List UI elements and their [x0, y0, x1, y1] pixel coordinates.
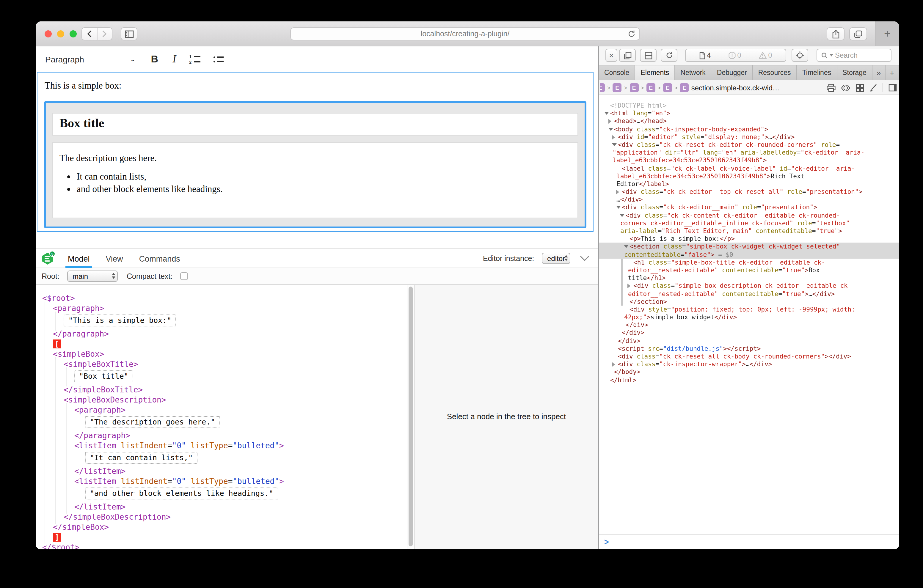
brush-icon[interactable]	[869, 84, 877, 92]
disclosure-collapsed-icon[interactable]	[616, 190, 619, 194]
simple-box-title[interactable]: Box title	[53, 113, 578, 136]
text-node[interactable]: "The description goes here."	[85, 416, 220, 428]
description-paragraph[interactable]: The description goes here.	[59, 153, 571, 164]
model-tree-line[interactable]: </simpleBoxDescription>	[42, 512, 407, 522]
model-tree-line[interactable]: </paragraph>	[42, 430, 407, 440]
dom-tree-line[interactable]: <div class="ck ck-reset ck-editor ck-rou…	[599, 141, 899, 149]
disclosure-collapsed-icon[interactable]	[627, 284, 631, 289]
dom-tree-line[interactable]: Editor</label>	[599, 180, 899, 188]
close-devtools-button[interactable]: ✕	[605, 49, 618, 62]
disclosure-collapsed-icon[interactable]	[612, 135, 615, 140]
dom-tree-line[interactable]: <head>…</head>	[599, 117, 899, 125]
dom-tree-line[interactable]: <script src="dist/bundle.js"></script>	[599, 345, 899, 353]
dom-tree-line[interactable]: </div>	[599, 329, 899, 337]
devtools-tab-resources[interactable]: Resources	[753, 66, 797, 80]
dom-tree-line[interactable]: </div>	[599, 337, 899, 345]
paragraph-dropdown[interactable]: Paragraph	[45, 54, 84, 64]
element-badge[interactable]: E	[647, 83, 655, 92]
collapse-inspector-button[interactable]	[580, 256, 590, 261]
editor-instance-select[interactable]: editor	[542, 253, 570, 264]
dom-tree-line[interactable]: title</h1>	[599, 274, 899, 282]
dom-tree-line[interactable]: <html lang="en">	[599, 109, 899, 117]
overflow-tabs-icon[interactable]: »	[872, 66, 885, 80]
model-tree-line[interactable]: <simpleBox>	[42, 349, 407, 359]
dom-tree-line[interactable]: <div class="ck ck-editor__main" role="pr…	[599, 204, 899, 211]
compact-text-checkbox[interactable]	[180, 272, 188, 280]
root-select[interactable]: main	[67, 271, 118, 282]
chevron-down-icon[interactable]: ⌄	[129, 56, 136, 62]
grid-icon[interactable]	[856, 84, 864, 92]
back-button[interactable]	[82, 28, 97, 40]
zoom-window-button[interactable]	[70, 30, 77, 38]
code-brackets-icon[interactable]	[841, 84, 851, 91]
settings-gear-icon[interactable]: ⚙	[899, 66, 899, 80]
dom-tree-line[interactable]: …</div>	[599, 196, 899, 204]
devtools-tab-debugger[interactable]: Debugger	[711, 66, 753, 80]
devtools-tab-timelines[interactable]: Timelines	[797, 66, 838, 80]
dom-tree-line[interactable]: label_e63cbbfece34c53ce23501062343f49b8"…	[599, 172, 899, 180]
dom-tree-line[interactable]: corners ck-editor__editable_inline ck-fo…	[599, 219, 899, 227]
devtools-tab-elements[interactable]: Elements	[635, 66, 675, 80]
model-tree-line[interactable]: "The description goes here."	[42, 415, 407, 430]
model-tree-line[interactable]: ]	[42, 532, 407, 542]
dom-tree-line[interactable]: <body class="ck-inspector-body-expanded"…	[599, 125, 899, 133]
dock-side-button[interactable]	[619, 49, 636, 62]
element-badge[interactable]: E	[629, 83, 639, 92]
description-list-item[interactable]: and other block elements like headings.	[77, 184, 571, 194]
dom-tree-line[interactable]: </div>	[599, 321, 899, 329]
simple-box-widget[interactable]: Box title The description goes here. It …	[44, 101, 586, 228]
model-tree-line[interactable]: <simpleBoxTitle>	[42, 359, 407, 369]
dom-tree-line[interactable]: <div style="position: fixed; top: 0px; l…	[599, 305, 899, 313]
devtools-tab-console[interactable]: Console	[599, 66, 635, 80]
dom-tree-line[interactable]: <div class="ck ck-content ck-editor__edi…	[599, 211, 899, 219]
model-tree-line[interactable]: </$root>	[42, 542, 407, 549]
model-tree-line[interactable]: <simpleBoxDescription>	[42, 395, 407, 405]
dom-tree-line[interactable]: editor__nested-editable" contenteditable…	[599, 290, 899, 297]
devtools-tab-network[interactable]: Network	[675, 66, 711, 80]
model-tree-line[interactable]: </simpleBox>	[42, 522, 407, 532]
search-input[interactable]: Search	[816, 49, 892, 62]
model-tree-line[interactable]: "and other block elements like headings.…	[42, 486, 407, 502]
editor-editable-area[interactable]: This is a simple box: Box title The desc…	[37, 72, 593, 232]
reload-icon[interactable]	[627, 30, 636, 38]
disclosure-expanded-icon[interactable]	[624, 245, 628, 248]
sidebar-toggle-button[interactable]	[121, 27, 137, 40]
simple-box-description[interactable]: The description goes here. It can contai…	[53, 142, 578, 218]
breadcrumb-current-element[interactable]: section.simple-box.ck-wid…	[691, 84, 778, 92]
devtools-tab-storage[interactable]: Storage	[837, 66, 872, 80]
dom-tree-line[interactable]: </html>	[599, 376, 899, 384]
dom-tree-line[interactable]: editor__nested-editable" contenteditable…	[599, 266, 899, 274]
model-tree-line[interactable]: <paragraph>	[42, 303, 407, 313]
close-window-button[interactable]	[44, 30, 52, 38]
text-node[interactable]: "It can contain lists,"	[85, 452, 197, 464]
console-prompt[interactable]: >	[599, 534, 899, 549]
dom-tree-line[interactable]: contenteditable="false"> = $0	[599, 251, 899, 258]
model-tree-line[interactable]: </paragraph>	[42, 329, 407, 339]
minimize-window-button[interactable]	[57, 30, 64, 38]
share-button[interactable]	[827, 27, 844, 40]
model-tree-line[interactable]: </listItem>	[42, 466, 407, 476]
details-sidebar-icon[interactable]	[889, 84, 897, 92]
model-tree-line[interactable]: [	[42, 339, 407, 349]
scrollbar-thumb[interactable]	[409, 287, 413, 546]
issues-summary[interactable]: 4 0 0	[685, 49, 786, 62]
dom-tree-line[interactable]: <h1 class="simple-box-title ck-editor__e…	[599, 259, 899, 266]
dom-tree-line[interactable]: </section>	[599, 297, 899, 305]
dom-tree-line[interactable]: <!DOCTYPE html>	[599, 102, 899, 109]
dom-tree-line[interactable]: aria-label="Rich Text Editor, main" cont…	[599, 227, 899, 235]
element-badge[interactable]: E	[663, 83, 672, 92]
element-badge[interactable]: E	[600, 83, 605, 92]
model-tree-line[interactable]: <$root>	[42, 293, 407, 303]
model-tree-line[interactable]: </listItem>	[42, 502, 407, 512]
new-tab-button[interactable]: +	[875, 21, 899, 46]
disclosure-expanded-icon[interactable]	[608, 128, 613, 130]
text-node[interactable]: "Box title"	[74, 370, 133, 382]
split-console-button[interactable]	[640, 49, 657, 62]
dom-tree-line[interactable]: label_e63cbbfece34c53ce23501062343f49b8"…	[599, 157, 899, 164]
dom-tree-line[interactable]: 42px;">simple box widget</div>	[599, 313, 899, 321]
dom-tree-line[interactable]: </body>	[599, 368, 899, 376]
text-node[interactable]: "This is a simple box:"	[64, 315, 176, 327]
dom-tree-line[interactable]: <p>This is a simple box:</p>	[599, 235, 899, 243]
bulleted-list-button[interactable]	[214, 56, 223, 62]
element-picker-button[interactable]	[792, 49, 808, 62]
